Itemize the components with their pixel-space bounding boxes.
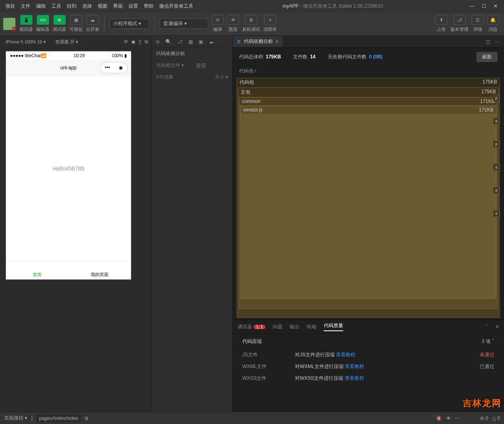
console-panel: 调试器1, 1 问题 输出 终端 代码质量 ˄ ✕ 代码压缩3 项 ˄ JS文件… <box>233 319 504 409</box>
chevron-up-icon[interactable]: ˄ <box>485 324 488 330</box>
result-count: 0个结果 <box>156 74 173 81</box>
upload-button[interactable]: ⬆上传 <box>435 15 447 32</box>
menu-item[interactable]: 视图 <box>95 3 110 10</box>
simulator-toggle[interactable]: 📱模拟器 <box>19 15 33 32</box>
menu-item[interactable]: 帮助 <box>141 3 156 10</box>
menu-item[interactable]: 工具 <box>49 3 64 10</box>
page-path-label[interactable]: 页面路径 ▾ <box>4 415 27 422</box>
messages-button[interactable]: 🔔消息 <box>487 15 499 32</box>
cloud-icon[interactable]: ☁ <box>209 39 214 45</box>
search-icon[interactable]: 🔍 <box>165 39 171 45</box>
clock-label: 10:29 <box>74 53 85 58</box>
menu-item[interactable]: 微信开发者工具 <box>156 3 196 10</box>
file-icon: 🗎 <box>237 39 241 45</box>
console-tab-problems[interactable]: 问题 <box>273 323 282 330</box>
version-button[interactable]: ⎇版本管理 <box>451 15 468 32</box>
warning-count[interactable]: △ 0 <box>492 415 500 421</box>
treemap-main[interactable]: 主包175KB common171KB vendor.js171KB <box>238 88 499 318</box>
mode-dropdown[interactable]: 小程序模式 ▾ <box>109 19 149 29</box>
refresh-icon[interactable]: ⟳ <box>124 39 128 45</box>
copy-icon[interactable]: ⧉ <box>156 39 160 45</box>
mute-icon[interactable]: 🔇 <box>436 415 442 421</box>
menubar: 项目 文件 编辑 工具 转到 选择 视图 界面 设置 帮助 微信开发者工具 my… <box>0 0 504 12</box>
ext-icon[interactable]: ▦ <box>188 39 193 45</box>
treemap-common[interactable]: common171KB vendor.js171KB <box>239 97 498 309</box>
eye-icon[interactable]: 👁 <box>446 415 451 421</box>
page-content: Hello456789 <box>53 165 85 172</box>
record-icon[interactable]: ◉ <box>131 39 135 45</box>
menu-item[interactable]: 项目 <box>2 3 18 10</box>
page-path[interactable]: pages/index/index <box>36 415 81 422</box>
menu-item[interactable]: 编辑 <box>33 3 49 10</box>
branch-icon[interactable]: ⎇ <box>177 39 183 45</box>
quality-row: WXML文件对WXML文件进行压缩 查看教程已通过 <box>242 361 494 373</box>
phone-frame: ●●●●● WeChat📶 10:29 100% ▮ uni-app •••◉ … <box>6 51 131 280</box>
quality-section: 代码压缩 <box>242 338 262 345</box>
avatar[interactable] <box>3 18 15 30</box>
compile-button[interactable]: ⟳编译 <box>211 15 224 32</box>
tutorial-link[interactable]: 查看教程 <box>336 352 355 358</box>
visual-toggle[interactable]: ▦可视化 <box>69 15 83 32</box>
details-button[interactable]: ☰详情 <box>472 15 484 32</box>
device-icon[interactable]: ▯ <box>139 39 141 45</box>
remote-debug-button[interactable]: ⚙真机调试 <box>242 15 260 32</box>
battery-label: 100% ▮ <box>112 53 127 58</box>
watermark: 吉林龙网 <box>463 397 502 409</box>
minimize-icon[interactable]: ― <box>470 3 474 9</box>
tab-home[interactable]: 首页 <box>6 262 68 279</box>
copy-icon[interactable]: ⧉ <box>85 415 88 421</box>
menu-item[interactable]: 界面 <box>110 3 126 10</box>
box-icon[interactable]: ▣ <box>199 39 203 45</box>
popout-icon[interactable]: ⧉ <box>145 39 148 45</box>
menu-item[interactable]: 选择 <box>79 3 95 10</box>
console-tab-terminal[interactable]: 终端 <box>307 323 316 330</box>
maximize-icon[interactable]: ☐ <box>482 3 486 9</box>
compile-dropdown[interactable]: 普通编译 ▾ <box>160 19 208 29</box>
dependency-sidebar: ⧉ 🔍 ⎇ ▦ ▣ ☁ 代码依赖分析 无依赖文件 ▾ 0个结果 大小 ▾ <box>152 36 233 412</box>
quality-row: JS文件对JS文件进行压缩 查看教程未通过 <box>242 349 494 361</box>
console-tab-quality[interactable]: 代码质量 <box>324 322 343 331</box>
menu-item[interactable]: 文件 <box>18 3 33 10</box>
statusbar: 页面路径 ▾ | pages/index/index ⧉ 🔇 👁 ⋯ ⊘ 0 △… <box>0 412 504 424</box>
close-tab-icon[interactable]: × <box>275 39 278 45</box>
panel-title: 代码依赖分析 <box>152 48 232 60</box>
debugger-toggle[interactable]: ≋调试器 <box>53 15 66 32</box>
editor-tabs: 🗎 代码依赖分析 × ◫ ⋯ <box>233 36 504 48</box>
close-panel-icon[interactable]: ✕ <box>495 324 499 330</box>
cloud-toggle[interactable]: ☁云开发 <box>86 15 99 32</box>
device-dropdown[interactable]: iPhone 5 100% 16 ▾ <box>3 39 50 45</box>
split-icon[interactable]: ◫ <box>486 39 490 45</box>
filter-dropdown[interactable]: 无依赖文件 ▾ <box>156 62 184 69</box>
clear-cache-button[interactable]: ≡清缓存 <box>263 15 277 32</box>
console-tab-output[interactable]: 输出 <box>290 323 299 330</box>
quality-count: 3 项 ˄ <box>482 338 494 349</box>
preview-button[interactable]: 👁预览 <box>227 15 239 32</box>
console-tab-debugger[interactable]: 调试器1, 1 <box>237 323 265 330</box>
more-icon[interactable]: ⋯ <box>455 415 460 421</box>
refresh-button[interactable]: 刷新 <box>476 52 498 62</box>
nav-title: uni-app <box>60 65 77 71</box>
tutorial-link[interactable]: 查看教程 <box>345 364 364 369</box>
size-dropdown[interactable]: 大小 ▾ <box>215 74 228 81</box>
more-icon[interactable]: ⋯ <box>495 39 500 45</box>
breadcrumb[interactable]: 代码包 / <box>233 66 504 76</box>
hotreload-dropdown[interactable]: 热重载 开 ▾ <box>53 38 82 46</box>
capsule[interactable]: •••◉ <box>100 62 128 73</box>
toolbar: 📱模拟器 </>编辑器 ≋调试器 ▦可视化 ☁云开发 小程序模式 ▾ 普通编译 … <box>0 12 504 36</box>
tab-dependency[interactable]: 🗎 代码依赖分析 × <box>233 36 282 47</box>
editor-toggle[interactable]: </>编辑器 <box>36 15 49 32</box>
treemap[interactable]: 代码包175KB 主包175KB common171KB vendor.js17… <box>237 78 500 318</box>
signal-label: ●●●●● WeChat📶 <box>10 53 47 58</box>
metrics-bar: 代码总体积175KB 文件数14 无依赖代码文件数0 (0B) 刷新 <box>233 48 504 66</box>
quality-row: WXSS文件对WXSS文件进行压缩 查看教程 <box>242 373 494 384</box>
treemap-siblings: p a p a a s <box>493 94 500 317</box>
tutorial-link[interactable]: 查看教程 <box>345 375 364 381</box>
search-input[interactable] <box>196 62 228 69</box>
simulator-pane: iPhone 5 100% 16 ▾ 热重载 开 ▾ ⟳ ◉ ▯ ⧉ ●●●●●… <box>0 36 152 412</box>
tab-mine[interactable]: 我的页面 <box>68 262 131 279</box>
menu-item[interactable]: 设置 <box>126 3 141 10</box>
menu-item[interactable]: 转到 <box>64 3 79 10</box>
treemap-vendor[interactable]: vendor.js171KB <box>240 106 496 299</box>
close-icon[interactable]: ✕ <box>493 3 498 9</box>
error-count[interactable]: ⊘ 0 <box>480 415 488 421</box>
